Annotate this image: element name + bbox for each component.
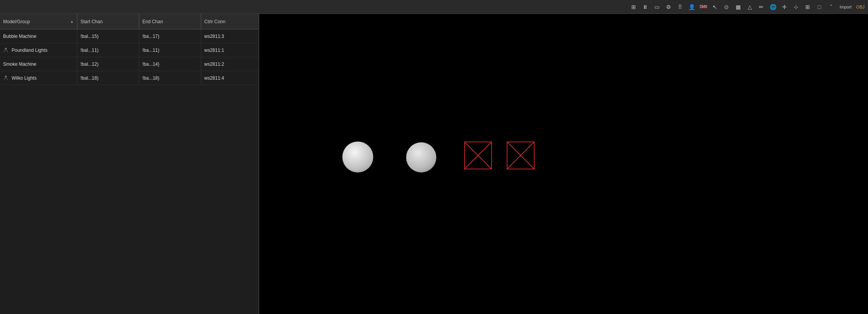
main-content: Model/Group ▲ Start Chan End Chan Ctrlr … [0,14,868,314]
wilko-lights-label: Wilko Lights [12,75,37,81]
col-ctrlr-label: Ctrlr Conn [204,19,226,24]
gear-btn[interactable]: ⚙ [663,2,674,12]
row-start-cell: !bal...11) [77,43,139,57]
row-model-cell: Smoke Machine [0,57,77,71]
row-start-cell: !bal...15) [77,29,139,43]
col-header-ctrlr[interactable]: Ctrlr Conn [201,14,259,29]
canvas-circle-1 [342,142,373,172]
table-body: Bubble Machine !bal...15) !ba...17) ws28… [0,29,259,314]
person-icon [3,75,9,81]
row-model-cell: Wilko Lights [0,71,77,85]
canvas-circle-2 [406,142,436,172]
row-ctrlr-cell: ws2811:4 [201,71,259,85]
dotgrid-btn[interactable]: ⠿ [675,2,685,12]
table-row[interactable]: Poundland Lights !bal...11) !ba...11) ws… [0,43,259,57]
import-button[interactable]: Import [837,2,854,12]
dmx-btn[interactable]: DMX [698,2,709,12]
globe-btn[interactable]: 🌐 [767,2,778,12]
top-toolbar: ⊞ ⏸ ▭ ⚙ ⠿ 👤 DMX ↖ ⊙ ▦ △ ✏ 🌐 ✛ ⊹ ⊞ □ ˅ Im… [0,0,868,14]
triangle-btn[interactable]: △ [744,2,755,12]
row-end-cell: !ba...17) [139,29,201,43]
table-row[interactable]: Smoke Machine !bal...12) !ba...14) ws281… [0,57,259,71]
rect-btn[interactable]: ▭ [651,2,662,12]
row-ctrlr-cell: ws2811:2 [201,57,259,71]
col-header-model[interactable]: Model/Group ▲ [0,14,77,29]
row-ctrlr-cell: ws2811:3 [201,29,259,43]
row-start-cell: !bal...18) [77,71,139,85]
row-start-cell: !bal...12) [77,57,139,71]
canvas-xbox-1 [464,142,492,169]
pen-btn[interactable]: ✏ [756,2,767,12]
row-model-cell: Poundland Lights [0,43,77,57]
bubble-machine-label: Bubble Machine [3,34,36,39]
row-end-cell: !ba...11) [139,43,201,57]
col-model-label: Model/Group [3,19,30,24]
table-row[interactable]: Wilko Lights !bal...18) !ba...18) ws2811… [0,71,259,85]
mesh-btn[interactable]: ⊞ [802,2,813,12]
row-ctrlr-cell: ws2811:1 [201,43,259,57]
table-row[interactable]: Bubble Machine !bal...15) !ba...17) ws28… [0,29,259,43]
col-header-end[interactable]: End Chan [139,14,201,29]
sort-arrow-icon: ▲ [70,19,74,24]
canvas-viewport[interactable] [259,14,868,314]
col-end-label: End Chan [142,19,163,24]
target-btn[interactable]: ⊙ [721,2,732,12]
svg-point-0 [5,48,7,49]
chevron-btn[interactable]: ˅ [825,2,836,12]
col-start-label: Start Chan [80,19,103,24]
person-icon [3,47,9,53]
row-model-cell: Bubble Machine [0,29,77,43]
canvas-xbox-2 [507,142,535,169]
checkerboard-btn[interactable]: ▦ [733,2,743,12]
square-btn[interactable]: □ [814,2,825,12]
poundland-lights-label: Poundland Lights [12,48,48,53]
crosshair-btn[interactable]: ✛ [779,2,790,12]
pointer-btn[interactable]: ↖ [709,2,720,12]
table-header: Model/Group ▲ Start Chan End Chan Ctrlr … [0,14,259,29]
node-btn[interactable]: ⊹ [791,2,801,12]
svg-point-1 [5,75,7,77]
row-end-cell: !ba...14) [139,57,201,71]
left-panel: Model/Group ▲ Start Chan End Chan Ctrlr … [0,14,259,314]
pause-btn[interactable]: ⏸ [640,2,651,12]
obj-button[interactable]: OBJ [855,2,866,12]
grid-btn[interactable]: ⊞ [628,2,639,12]
row-end-cell: !ba...18) [139,71,201,85]
smoke-machine-label: Smoke Machine [3,61,36,67]
person-btn[interactable]: 👤 [686,2,697,12]
col-header-start[interactable]: Start Chan [77,14,139,29]
